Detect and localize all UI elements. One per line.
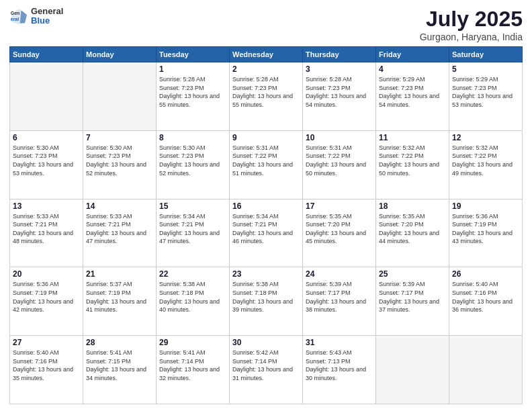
svg-marker-1: [20, 11, 28, 24]
logo: Gen eral General Blue: [9, 7, 63, 26]
calendar-cell: 25Sunrise: 5:39 AM Sunset: 7:17 PM Dayli…: [376, 267, 449, 336]
calendar-week-2: 13Sunrise: 5:33 AM Sunset: 7:21 PM Dayli…: [10, 199, 523, 267]
calendar-cell: 8Sunrise: 5:30 AM Sunset: 7:23 PM Daylig…: [157, 130, 230, 199]
calendar-week-1: 6Sunrise: 5:30 AM Sunset: 7:23 PM Daylig…: [10, 130, 523, 199]
day-number: 19: [452, 201, 519, 211]
title-section: July 2025 Gurgaon, Haryana, India: [420, 7, 523, 42]
day-info: Sunrise: 5:39 AM Sunset: 7:17 PM Dayligh…: [306, 280, 373, 314]
col-monday: Monday: [83, 47, 157, 62]
col-wednesday: Wednesday: [230, 47, 303, 62]
day-number: 27: [13, 338, 80, 347]
day-info: Sunrise: 5:34 AM Sunset: 7:21 PM Dayligh…: [232, 212, 300, 246]
day-info: Sunrise: 5:36 AM Sunset: 7:19 PM Dayligh…: [452, 212, 519, 246]
day-info: Sunrise: 5:28 AM Sunset: 7:23 PM Dayligh…: [232, 75, 300, 109]
day-number: 28: [86, 338, 153, 347]
day-number: 11: [379, 133, 446, 142]
day-info: Sunrise: 5:40 AM Sunset: 7:16 PM Dayligh…: [13, 349, 80, 382]
day-number: 14: [86, 201, 153, 211]
subtitle: Gurgaon, Haryana, India: [420, 32, 523, 42]
calendar-week-4: 27Sunrise: 5:40 AM Sunset: 7:16 PM Dayli…: [10, 336, 523, 404]
calendar-cell: [10, 62, 83, 131]
calendar-cell: 11Sunrise: 5:32 AM Sunset: 7:22 PM Dayli…: [376, 130, 449, 199]
calendar-cell: 4Sunrise: 5:29 AM Sunset: 7:23 PM Daylig…: [376, 62, 449, 131]
day-info: Sunrise: 5:43 AM Sunset: 7:13 PM Dayligh…: [306, 349, 373, 382]
calendar-cell: 5Sunrise: 5:29 AM Sunset: 7:23 PM Daylig…: [449, 62, 523, 131]
page: Gen eral General Blue July 2025 Gurgaon,…: [0, 0, 532, 411]
day-number: 23: [232, 269, 300, 279]
day-number: 25: [379, 269, 446, 279]
day-number: 30: [232, 338, 300, 347]
day-info: Sunrise: 5:36 AM Sunset: 7:19 PM Dayligh…: [13, 280, 80, 314]
main-title: July 2025: [420, 7, 523, 32]
day-number: 7: [86, 133, 153, 142]
calendar-cell: 12Sunrise: 5:32 AM Sunset: 7:22 PM Dayli…: [449, 130, 523, 199]
calendar-cell: 23Sunrise: 5:38 AM Sunset: 7:18 PM Dayli…: [230, 267, 303, 336]
day-info: Sunrise: 5:29 AM Sunset: 7:23 PM Dayligh…: [452, 75, 519, 109]
col-thursday: Thursday: [303, 47, 376, 62]
day-number: 26: [452, 269, 519, 279]
calendar-week-3: 20Sunrise: 5:36 AM Sunset: 7:19 PM Dayli…: [10, 267, 523, 336]
day-number: 16: [232, 201, 300, 211]
calendar-cell: 9Sunrise: 5:31 AM Sunset: 7:22 PM Daylig…: [230, 130, 303, 199]
day-number: 8: [159, 133, 226, 142]
day-info: Sunrise: 5:38 AM Sunset: 7:18 PM Dayligh…: [159, 280, 226, 314]
day-number: 10: [306, 133, 373, 142]
day-info: Sunrise: 5:28 AM Sunset: 7:23 PM Dayligh…: [159, 75, 226, 109]
calendar-cell: 22Sunrise: 5:38 AM Sunset: 7:18 PM Dayli…: [157, 267, 230, 336]
day-number: 24: [306, 269, 373, 279]
calendar-cell: 31Sunrise: 5:43 AM Sunset: 7:13 PM Dayli…: [303, 336, 376, 404]
calendar-cell: 16Sunrise: 5:34 AM Sunset: 7:21 PM Dayli…: [230, 199, 303, 267]
day-number: 29: [159, 338, 226, 347]
calendar-cell: [449, 336, 523, 404]
day-info: Sunrise: 5:32 AM Sunset: 7:22 PM Dayligh…: [379, 144, 446, 177]
calendar-cell: 27Sunrise: 5:40 AM Sunset: 7:16 PM Dayli…: [10, 336, 83, 404]
calendar-cell: 2Sunrise: 5:28 AM Sunset: 7:23 PM Daylig…: [230, 62, 303, 131]
logo-blue-text: Blue: [31, 16, 63, 26]
calendar-cell: 28Sunrise: 5:41 AM Sunset: 7:15 PM Dayli…: [83, 336, 157, 404]
day-info: Sunrise: 5:28 AM Sunset: 7:23 PM Dayligh…: [306, 75, 373, 109]
calendar-cell: 29Sunrise: 5:41 AM Sunset: 7:14 PM Dayli…: [157, 336, 230, 404]
day-info: Sunrise: 5:39 AM Sunset: 7:17 PM Dayligh…: [379, 280, 446, 314]
col-sunday: Sunday: [10, 47, 83, 62]
day-number: 5: [452, 64, 519, 74]
col-tuesday: Tuesday: [157, 47, 230, 62]
day-info: Sunrise: 5:41 AM Sunset: 7:15 PM Dayligh…: [86, 349, 153, 382]
calendar-cell: 14Sunrise: 5:33 AM Sunset: 7:21 PM Dayli…: [83, 199, 157, 267]
day-number: 15: [159, 201, 226, 211]
day-info: Sunrise: 5:30 AM Sunset: 7:23 PM Dayligh…: [86, 144, 153, 177]
day-number: 13: [13, 201, 80, 211]
calendar-cell: 13Sunrise: 5:33 AM Sunset: 7:21 PM Dayli…: [10, 199, 83, 267]
calendar-cell: 18Sunrise: 5:35 AM Sunset: 7:20 PM Dayli…: [376, 199, 449, 267]
logo-text: General Blue: [31, 7, 63, 26]
day-info: Sunrise: 5:35 AM Sunset: 7:20 PM Dayligh…: [306, 212, 373, 246]
day-info: Sunrise: 5:33 AM Sunset: 7:21 PM Dayligh…: [13, 212, 80, 246]
day-info: Sunrise: 5:33 AM Sunset: 7:21 PM Dayligh…: [86, 212, 153, 246]
col-friday: Friday: [376, 47, 449, 62]
calendar-cell: 21Sunrise: 5:37 AM Sunset: 7:19 PM Dayli…: [83, 267, 157, 336]
calendar-week-0: 1Sunrise: 5:28 AM Sunset: 7:23 PM Daylig…: [10, 62, 523, 131]
day-info: Sunrise: 5:30 AM Sunset: 7:23 PM Dayligh…: [13, 144, 80, 177]
day-info: Sunrise: 5:41 AM Sunset: 7:14 PM Dayligh…: [159, 349, 226, 382]
day-number: 12: [452, 133, 519, 142]
day-info: Sunrise: 5:30 AM Sunset: 7:23 PM Dayligh…: [159, 144, 226, 177]
day-info: Sunrise: 5:34 AM Sunset: 7:21 PM Dayligh…: [159, 212, 226, 246]
day-number: 6: [13, 133, 80, 142]
header-row: Sunday Monday Tuesday Wednesday Thursday…: [10, 47, 523, 62]
calendar-cell: 17Sunrise: 5:35 AM Sunset: 7:20 PM Dayli…: [303, 199, 376, 267]
day-number: 20: [13, 269, 80, 279]
day-info: Sunrise: 5:42 AM Sunset: 7:14 PM Dayligh…: [232, 349, 300, 382]
day-info: Sunrise: 5:31 AM Sunset: 7:22 PM Dayligh…: [232, 144, 300, 177]
day-number: 18: [379, 201, 446, 211]
calendar-cell: 20Sunrise: 5:36 AM Sunset: 7:19 PM Dayli…: [10, 267, 83, 336]
calendar-cell: [376, 336, 449, 404]
calendar-cell: 15Sunrise: 5:34 AM Sunset: 7:21 PM Dayli…: [157, 199, 230, 267]
day-number: 3: [306, 64, 373, 74]
day-info: Sunrise: 5:31 AM Sunset: 7:22 PM Dayligh…: [306, 144, 373, 177]
day-info: Sunrise: 5:40 AM Sunset: 7:16 PM Dayligh…: [452, 280, 519, 314]
calendar-table: Sunday Monday Tuesday Wednesday Thursday…: [9, 46, 523, 404]
day-number: 21: [86, 269, 153, 279]
calendar-cell: [83, 62, 157, 131]
calendar-cell: 1Sunrise: 5:28 AM Sunset: 7:23 PM Daylig…: [157, 62, 230, 131]
day-number: 2: [232, 64, 300, 74]
day-info: Sunrise: 5:37 AM Sunset: 7:19 PM Dayligh…: [86, 280, 153, 314]
